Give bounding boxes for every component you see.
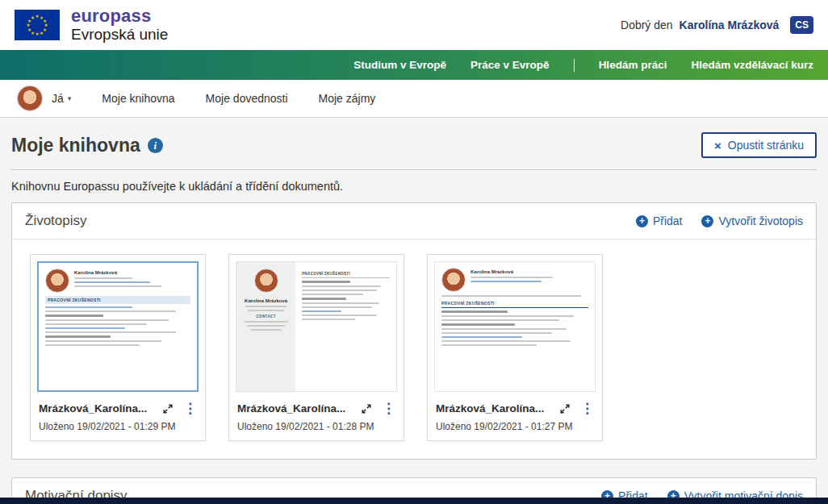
main-content: Moje knihovna i × Opustit stránku Knihov… (0, 118, 828, 504)
cv-panel: Životopisy + Přidat + Vytvořit životopis (11, 202, 817, 460)
nav-studium-v-evrope[interactable]: Studium v Evropě (353, 59, 446, 71)
document-name[interactable]: Mrázková_Karolína... (39, 402, 147, 414)
thumb-person-name: Karolina Mrázková (240, 298, 291, 303)
create-cv-button[interactable]: + Vytvořit životopis (701, 215, 803, 227)
doc-meta: Mrázková_Karolína... ⋮ Uloženo 19/02/ (229, 398, 404, 440)
plus-circle-icon: + (701, 215, 713, 227)
svg-text:★: ★ (27, 23, 31, 27)
subnav-moje-dovednosti[interactable]: Moje dovednosti (206, 92, 288, 105)
language-selector[interactable]: CS (790, 16, 813, 34)
thumb-contact-label: CONTACT (240, 314, 291, 319)
nav-prace-v-evrope[interactable]: Práce v Evropě (470, 59, 550, 71)
eu-flag-icon: ★★★ ★★★ ★★★ ★★★ (15, 10, 60, 40)
thumb-person-name: Karolina Mrázková (470, 269, 588, 274)
user-area: Dobrý den Karolína Mrázková CS (621, 16, 813, 34)
document-name[interactable]: Mrázková_Karolína... (237, 402, 345, 414)
kebab-menu-icon[interactable]: ⋮ (183, 402, 197, 415)
kebab-menu-icon[interactable]: ⋮ (580, 402, 594, 415)
svg-text:★: ★ (36, 31, 40, 36)
cv-card-2: Karolina Mrázková CONTACT PRACOVNÍ ZKUŠE… (228, 254, 404, 441)
document-name[interactable]: Mrázková_Karolína... (436, 402, 544, 414)
cv-thumbnail-3[interactable]: Karolina Mrázková PRACOVNÍ ZKUŠENOSTI (434, 261, 596, 392)
leave-page-label: Opustit stránku (728, 139, 804, 152)
cv-section-title: Životopisy (25, 213, 87, 229)
subnav-moje-knihovna[interactable]: Moje knihovna (102, 92, 174, 105)
expand-icon[interactable] (162, 403, 174, 414)
thumb-section-header: PRACOVNÍ ZKUŠENOSTI (441, 300, 588, 308)
cv-cards-row: Karolina Mrázková PRACOVNÍ ZKUŠENOSTI (12, 240, 816, 459)
nav-hledam-praci[interactable]: Hledám práci (599, 59, 667, 71)
logo-subtitle: Evropská unie (71, 27, 168, 44)
cv-thumbnail-2[interactable]: Karolina Mrázková CONTACT PRACOVNÍ ZKUŠE… (236, 261, 397, 392)
expand-icon[interactable] (559, 403, 571, 414)
cv-photo (441, 268, 466, 292)
thumb-person-name: Karolina Mrázková (74, 270, 190, 275)
info-icon[interactable]: i (148, 138, 163, 153)
doc-meta: Mrázková_Karolína... ⋮ Uloženo 19/02/ (428, 398, 602, 440)
doc-meta: Mrázková_Karolína... ⋮ Uloženo 19/02/ (31, 398, 205, 440)
subnav-moje-zajmy[interactable]: Moje zájmy (319, 92, 376, 105)
logo-title: europass (71, 7, 168, 25)
subnav-ja-label: Já (52, 92, 64, 105)
kebab-menu-icon[interactable]: ⋮ (382, 402, 395, 415)
plus-circle-icon: + (636, 215, 648, 227)
cv-card-1: Karolina Mrázková PRACOVNÍ ZKUŠENOSTI (30, 254, 206, 441)
user-name-link[interactable]: Karolína Mrázková (680, 19, 780, 31)
intro-text: Knihovnu Europassu používejte k ukládání… (11, 180, 817, 193)
subnav-ja-dropdown[interactable]: Já ▾ (52, 92, 71, 105)
add-cv-button[interactable]: + Přidat (636, 215, 683, 227)
thumb-section-header: PRACOVNÍ ZKUŠENOSTI (302, 271, 390, 278)
footer-bar (0, 498, 828, 504)
leave-page-button[interactable]: × Opustit stránku (701, 132, 817, 158)
cv-thumbnail-1[interactable]: Karolina Mrázková PRACOVNÍ ZKUŠENOSTI (37, 261, 199, 392)
svg-text:★: ★ (40, 30, 44, 35)
thumb-section-header: PRACOVNÍ ZKUŠENOSTI (45, 296, 190, 304)
divider (11, 169, 817, 170)
add-cv-label: Přidat (653, 215, 683, 227)
europass-logo[interactable]: ★★★ ★★★ ★★★ ★★★ europass Evropská unie (15, 7, 168, 44)
cv-photo (45, 269, 69, 293)
document-saved-date: Uloženo 19/02/2021 - 01:27 PM (436, 421, 594, 432)
cv-card-3: Karolina Mrázková PRACOVNÍ ZKUŠENOSTI (427, 254, 603, 441)
cv-panel-actions: + Přidat + Vytvořit životopis (636, 215, 803, 227)
close-icon: × (714, 140, 721, 152)
svg-text:★: ★ (27, 27, 31, 31)
create-cv-label: Vytvořit životopis (718, 215, 803, 227)
expand-icon[interactable] (361, 403, 372, 414)
main-navigation: Studium v Evropě Práce v Evropě Hledám p… (0, 50, 828, 80)
site-header: ★★★ ★★★ ★★★ ★★★ europass Evropská unie D… (0, 0, 828, 50)
brand-text: europass Evropská unie (71, 7, 168, 44)
chevron-down-icon: ▾ (68, 94, 72, 102)
document-saved-date: Uloženo 19/02/2021 - 01:29 PM (39, 421, 197, 432)
cv-photo (254, 269, 278, 293)
svg-text:★: ★ (36, 14, 40, 19)
page-head: Moje knihovna i × Opustit stránku (11, 132, 817, 158)
document-saved-date: Uloženo 19/02/2021 - 01:28 PM (237, 421, 395, 432)
cv-panel-head: Životopisy + Přidat + Vytvořit životopis (12, 203, 816, 240)
user-navigation: Já ▾ Moje knihovna Moje dovednosti Moje … (0, 80, 828, 118)
page-title-text: Moje knihovna (11, 135, 140, 156)
greeting-text: Dobrý den (621, 19, 673, 31)
nav-hledam-vzdelavaci-kurz[interactable]: Hledám vzdělávací kurz (691, 59, 813, 71)
user-avatar[interactable] (18, 86, 42, 110)
nav-separator (574, 59, 575, 72)
page-title: Moje knihovna i (11, 135, 163, 156)
svg-text:★: ★ (31, 15, 35, 19)
